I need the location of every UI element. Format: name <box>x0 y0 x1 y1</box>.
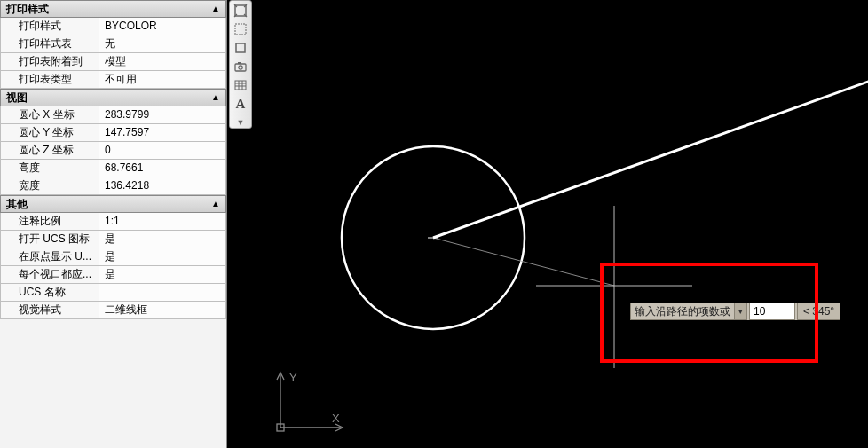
svg-rect-2 <box>236 43 245 52</box>
text-button[interactable]: A <box>232 97 249 112</box>
zoom-extents-button[interactable] <box>232 4 249 18</box>
prop-value[interactable]: 0 <box>99 142 226 159</box>
prop-label: 圆心 X 坐标 <box>0 106 99 123</box>
section-header-view[interactable]: 视图 ▲ <box>0 89 226 106</box>
svg-line-14 <box>433 77 868 238</box>
svg-rect-5 <box>238 62 241 64</box>
section-header-other[interactable]: 其他 ▲ <box>0 195 226 213</box>
section-title: 视图 <box>6 90 28 106</box>
prop-value[interactable]: 68.7661 <box>99 160 226 177</box>
prop-row[interactable]: 宽度136.4218 <box>0 177 226 195</box>
zoom-window-button[interactable] <box>232 22 249 36</box>
prop-row[interactable]: 注释比例1:1 <box>0 213 226 231</box>
prop-value[interactable]: 是 <box>99 248 226 265</box>
prop-value[interactable]: 147.7597 <box>99 124 226 141</box>
zoom-previous-button[interactable] <box>232 41 249 55</box>
collapse-arrow-icon: ▲ <box>211 196 220 212</box>
prop-value[interactable]: 是 <box>99 231 226 248</box>
prop-label: 高度 <box>0 160 99 177</box>
prop-row[interactable]: 打开 UCS 图标是 <box>0 231 226 248</box>
prop-row[interactable]: 每个视口都应...是 <box>0 266 226 284</box>
prop-label: 打印表类型 <box>0 71 99 88</box>
prop-value[interactable]: BYCOLOR <box>99 18 226 35</box>
table-button[interactable] <box>232 78 249 92</box>
collapse-arrow-icon: ▲ <box>211 1 220 17</box>
axis-y-label: Y <box>289 371 297 384</box>
dynamic-input-dropdown[interactable]: ▾ <box>735 303 747 320</box>
toolstrip-collapse-button[interactable]: ▼ <box>232 116 249 128</box>
prop-row[interactable]: 视觉样式二维线框 <box>0 302 226 319</box>
prop-label: 每个视口都应... <box>0 266 99 283</box>
prop-row[interactable]: 打印样式BYCOLOR <box>0 18 226 35</box>
prop-row[interactable]: 高度68.7661 <box>0 160 226 177</box>
prop-row[interactable]: UCS 名称 <box>0 284 226 302</box>
properties-panel: 打印样式 ▲ 打印样式BYCOLOR 打印样式表无 打印表附着到模型 打印表类型… <box>0 0 227 448</box>
drawing-canvas[interactable]: Y X <box>259 0 868 448</box>
navigation-toolstrip: A ▼ <box>229 0 252 129</box>
dynamic-input-prompt: 输入沿路径的项数或 <box>630 303 735 320</box>
section-title: 其他 <box>6 196 28 212</box>
prop-label: 圆心 Z 坐标 <box>0 142 99 159</box>
prop-label: 宽度 <box>0 177 99 194</box>
prop-label: 打印样式表 <box>0 35 99 52</box>
prop-row[interactable]: 圆心 Z 坐标0 <box>0 142 226 160</box>
prop-value[interactable]: 二维线框 <box>99 302 226 318</box>
collapse-arrow-icon: ▲ <box>211 90 220 106</box>
prop-value[interactable]: 无 <box>99 35 226 52</box>
prop-row[interactable]: 圆心 X 坐标283.9799 <box>0 106 226 124</box>
prop-label: 注释比例 <box>0 213 99 230</box>
section-header-print[interactable]: 打印样式 ▲ <box>0 0 226 18</box>
prop-row[interactable]: 打印表附着到模型 <box>0 53 226 71</box>
svg-point-4 <box>239 66 242 69</box>
camera-button[interactable] <box>232 59 249 74</box>
prop-value[interactable]: 1:1 <box>99 213 226 230</box>
prop-value[interactable]: 283.9799 <box>99 106 226 123</box>
prop-value[interactable]: 模型 <box>99 53 226 70</box>
prop-value[interactable]: 是 <box>99 266 226 283</box>
svg-rect-3 <box>235 64 246 71</box>
dynamic-input-value[interactable]: 10 <box>749 303 795 320</box>
prop-label: 打印表附着到 <box>0 53 99 70</box>
prop-row[interactable]: 打印样式表无 <box>0 35 226 53</box>
prop-label: 打开 UCS 图标 <box>0 231 99 248</box>
prop-label: UCS 名称 <box>0 284 99 301</box>
svg-rect-6 <box>235 81 246 90</box>
prop-label: 圆心 Y 坐标 <box>0 124 99 141</box>
prop-label: 在原点显示 U... <box>0 248 99 265</box>
section-title: 打印样式 <box>6 1 49 17</box>
prop-value[interactable]: 136.4218 <box>99 177 226 194</box>
prop-row[interactable]: 圆心 Y 坐标147.7597 <box>0 124 226 142</box>
prop-label: 视觉样式 <box>0 302 99 318</box>
prop-value[interactable]: 不可用 <box>99 71 226 88</box>
prop-value[interactable] <box>99 284 226 301</box>
prop-row[interactable]: 在原点显示 U...是 <box>0 248 226 266</box>
svg-rect-1 <box>235 24 246 35</box>
axis-x-label: X <box>332 412 340 425</box>
dynamic-input: 输入沿路径的项数或 ▾ 10 < 345° <box>630 303 840 320</box>
prop-label: 打印样式 <box>0 18 99 35</box>
prop-row[interactable]: 打印表类型不可用 <box>0 71 226 89</box>
dynamic-input-angle: < 345° <box>797 303 840 320</box>
